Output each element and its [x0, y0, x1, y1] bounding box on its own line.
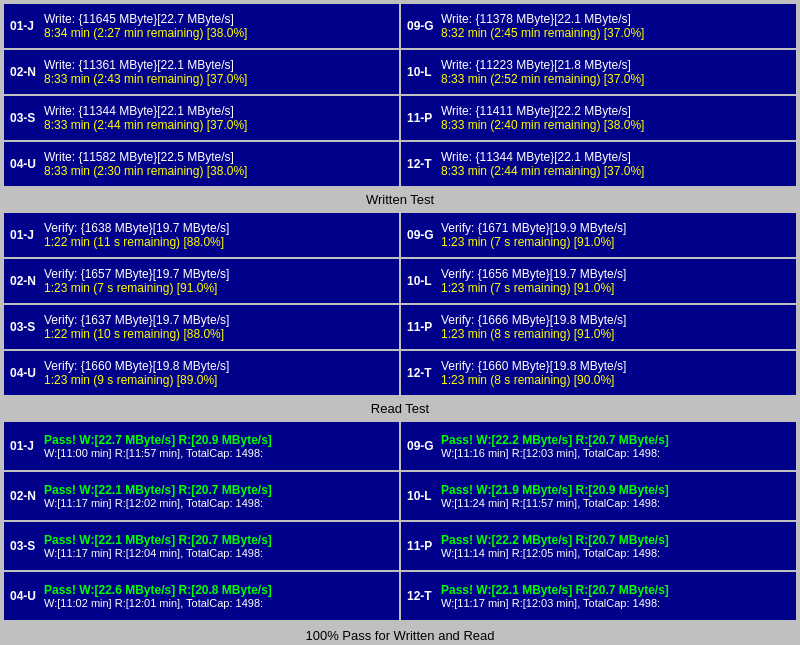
cell-line2: 1:23 min (7 s remaining) [91.0%] [441, 235, 790, 249]
cell-line2: 8:33 min (2:52 min remaining) [37.0%] [441, 72, 790, 86]
cell-id: 12-T [407, 589, 435, 603]
cell-id: 12-T [407, 157, 435, 171]
cell-line2: 8:33 min (2:44 min remaining) [37.0%] [441, 164, 790, 178]
read-cell-12-t: 12-T Pass! W:[22.1 MByte/s] R:[20.7 MByt… [401, 572, 796, 620]
cell-id: 09-G [407, 228, 435, 242]
cell-line2: 8:33 min (2:40 min remaining) [38.0%] [441, 118, 790, 132]
cell-line1: Verify: {1666 MByte}[19.8 MByte/s] [441, 313, 790, 327]
cell-content: Verify: {1660 MByte}[19.8 MByte/s] 1:23 … [44, 359, 393, 387]
cell-id: 02-N [10, 65, 38, 79]
read-test-grid: 01-J Pass! W:[22.7 MByte/s] R:[20.9 MByt… [4, 422, 796, 620]
written-cell-03-s: 03-S Write: {11344 MByte}[22.1 MByte/s] … [4, 96, 399, 140]
cell-row: 10-L Verify: {1656 MByte}[19.7 MByte/s] … [407, 267, 790, 295]
cell-content: Verify: {1638 MByte}[19.7 MByte/s] 1:22 … [44, 221, 393, 249]
cell-id: 09-G [407, 439, 435, 453]
cell-content: Verify: {1657 MByte}[19.7 MByte/s] 1:23 … [44, 267, 393, 295]
cell-content: Pass! W:[22.2 MByte/s] R:[20.7 MByte/s] … [441, 533, 790, 559]
read-test-section: 01-J Pass! W:[22.7 MByte/s] R:[20.9 MByt… [4, 422, 796, 620]
cell-content: Write: {11378 MByte}[22.1 MByte/s] 8:32 … [441, 12, 790, 40]
written-test-grid: 01-J Write: {11645 MByte}[22.7 MByte/s] … [4, 4, 796, 186]
cell-line1: Verify: {1637 MByte}[19.7 MByte/s] [44, 313, 393, 327]
verify-cell-12-t: 12-T Verify: {1660 MByte}[19.8 MByte/s] … [401, 351, 796, 395]
pass-label: Pass! W:[22.7 MByte/s] R:[20.9 MByte/s] [44, 433, 393, 447]
cell-id: 10-L [407, 274, 435, 288]
cell-content: Verify: {1671 MByte}[19.9 MByte/s] 1:23 … [441, 221, 790, 249]
cell-line1: Verify: {1638 MByte}[19.7 MByte/s] [44, 221, 393, 235]
cell-id: 04-U [10, 589, 38, 603]
cell-line2: 8:33 min (2:43 min remaining) [37.0%] [44, 72, 393, 86]
cell-row: 12-T Pass! W:[22.1 MByte/s] R:[20.7 MByt… [407, 583, 790, 609]
cell-line2: 1:23 min (8 s remaining) [91.0%] [441, 327, 790, 341]
pass-details: W:[11:16 min] R:[12:03 min], TotalCap: 1… [441, 447, 790, 459]
cell-id: 10-L [407, 65, 435, 79]
cell-line1: Verify: {1656 MByte}[19.7 MByte/s] [441, 267, 790, 281]
cell-content: Verify: {1656 MByte}[19.7 MByte/s] 1:23 … [441, 267, 790, 295]
cell-row: 12-T Verify: {1660 MByte}[19.8 MByte/s] … [407, 359, 790, 387]
cell-line2: 8:33 min (2:44 min remaining) [37.0%] [44, 118, 393, 132]
read-cell-11-p: 11-P Pass! W:[22.2 MByte/s] R:[20.7 MByt… [401, 522, 796, 570]
pass-details: W:[11:17 min] R:[12:02 min], TotalCap: 1… [44, 497, 393, 509]
cell-row: 02-N Verify: {1657 MByte}[19.7 MByte/s] … [10, 267, 393, 295]
cell-content: Verify: {1666 MByte}[19.8 MByte/s] 1:23 … [441, 313, 790, 341]
written-cell-04-u: 04-U Write: {11582 MByte}[22.5 MByte/s] … [4, 142, 399, 186]
cell-id: 11-P [407, 539, 435, 553]
cell-id: 03-S [10, 320, 38, 334]
pass-label: Pass! W:[22.2 MByte/s] R:[20.7 MByte/s] [441, 533, 790, 547]
cell-id: 03-S [10, 111, 38, 125]
cell-line2: 1:22 min (10 s remaining) [88.0%] [44, 327, 393, 341]
written-cell-12-t: 12-T Write: {11344 MByte}[22.1 MByte/s] … [401, 142, 796, 186]
verify-cell-04-u: 04-U Verify: {1660 MByte}[19.8 MByte/s] … [4, 351, 399, 395]
pass-label: Pass! W:[21.9 MByte/s] R:[20.9 MByte/s] [441, 483, 790, 497]
cell-id: 01-J [10, 228, 38, 242]
cell-row: 09-G Pass! W:[22.2 MByte/s] R:[20.7 MByt… [407, 433, 790, 459]
cell-row: 11-P Verify: {1666 MByte}[19.8 MByte/s] … [407, 313, 790, 341]
cell-line2: 1:23 min (7 s remaining) [91.0%] [44, 281, 393, 295]
cell-line1: Write: {11223 MByte}[21.8 MByte/s] [441, 58, 790, 72]
read-cell-04-u: 04-U Pass! W:[22.6 MByte/s] R:[20.8 MByt… [4, 572, 399, 620]
read-cell-03-s: 03-S Pass! W:[22.1 MByte/s] R:[20.7 MByt… [4, 522, 399, 570]
cell-row: 10-L Write: {11223 MByte}[21.8 MByte/s] … [407, 58, 790, 86]
cell-id: 10-L [407, 489, 435, 503]
cell-id: 09-G [407, 19, 435, 33]
read-test-label: Read Test [4, 397, 796, 420]
verify-cell-10-l: 10-L Verify: {1656 MByte}[19.7 MByte/s] … [401, 259, 796, 303]
verify-cell-02-n: 02-N Verify: {1657 MByte}[19.7 MByte/s] … [4, 259, 399, 303]
pass-details: W:[11:24 min] R:[11:57 min], TotalCap: 1… [441, 497, 790, 509]
verify-section: 01-J Verify: {1638 MByte}[19.7 MByte/s] … [4, 213, 796, 420]
cell-content: Verify: {1637 MByte}[19.7 MByte/s] 1:22 … [44, 313, 393, 341]
cell-line1: Verify: {1660 MByte}[19.8 MByte/s] [44, 359, 393, 373]
cell-line2: 8:32 min (2:45 min remaining) [37.0%] [441, 26, 790, 40]
read-cell-09-g: 09-G Pass! W:[22.2 MByte/s] R:[20.7 MByt… [401, 422, 796, 470]
cell-content: Write: {11223 MByte}[21.8 MByte/s] 8:33 … [441, 58, 790, 86]
written-cell-01-j: 01-J Write: {11645 MByte}[22.7 MByte/s] … [4, 4, 399, 48]
cell-id: 04-U [10, 157, 38, 171]
read-cell-10-l: 10-L Pass! W:[21.9 MByte/s] R:[20.9 MByt… [401, 472, 796, 520]
verify-cell-03-s: 03-S Verify: {1637 MByte}[19.7 MByte/s] … [4, 305, 399, 349]
cell-line1: Verify: {1657 MByte}[19.7 MByte/s] [44, 267, 393, 281]
pass-details: W:[11:00 min] R:[11:57 min], TotalCap: 1… [44, 447, 393, 459]
cell-row: 01-J Verify: {1638 MByte}[19.7 MByte/s] … [10, 221, 393, 249]
cell-id: 11-P [407, 320, 435, 334]
cell-row: 11-P Pass! W:[22.2 MByte/s] R:[20.7 MByt… [407, 533, 790, 559]
cell-line2: 8:34 min (2:27 min remaining) [38.0%] [44, 26, 393, 40]
cell-content: Pass! W:[22.1 MByte/s] R:[20.7 MByte/s] … [44, 483, 393, 509]
cell-row: 03-S Verify: {1637 MByte}[19.7 MByte/s] … [10, 313, 393, 341]
cell-id: 01-J [10, 439, 38, 453]
written-cell-11-p: 11-P Write: {11411 MByte}[22.2 MByte/s] … [401, 96, 796, 140]
cell-row: 10-L Pass! W:[21.9 MByte/s] R:[20.9 MByt… [407, 483, 790, 509]
cell-row: 01-J Pass! W:[22.7 MByte/s] R:[20.9 MByt… [10, 433, 393, 459]
cell-line2: 1:23 min (9 s remaining) [89.0%] [44, 373, 393, 387]
cell-content: Write: {11411 MByte}[22.2 MByte/s] 8:33 … [441, 104, 790, 132]
verify-grid: 01-J Verify: {1638 MByte}[19.7 MByte/s] … [4, 213, 796, 395]
cell-line1: Write: {11361 MByte}[22.1 MByte/s] [44, 58, 393, 72]
cell-row: 03-S Write: {11344 MByte}[22.1 MByte/s] … [10, 104, 393, 132]
cell-line1: Write: {11344 MByte}[22.1 MByte/s] [44, 104, 393, 118]
cell-line1: Write: {11378 MByte}[22.1 MByte/s] [441, 12, 790, 26]
cell-content: Write: {11361 MByte}[22.1 MByte/s] 8:33 … [44, 58, 393, 86]
pass-label: Pass! W:[22.1 MByte/s] R:[20.7 MByte/s] [44, 483, 393, 497]
pass-label: Pass! W:[22.2 MByte/s] R:[20.7 MByte/s] [441, 433, 790, 447]
cell-line1: Write: {11411 MByte}[22.2 MByte/s] [441, 104, 790, 118]
read-cell-01-j: 01-J Pass! W:[22.7 MByte/s] R:[20.9 MByt… [4, 422, 399, 470]
verify-cell-09-g: 09-G Verify: {1671 MByte}[19.9 MByte/s] … [401, 213, 796, 257]
cell-row: 02-N Write: {11361 MByte}[22.1 MByte/s] … [10, 58, 393, 86]
